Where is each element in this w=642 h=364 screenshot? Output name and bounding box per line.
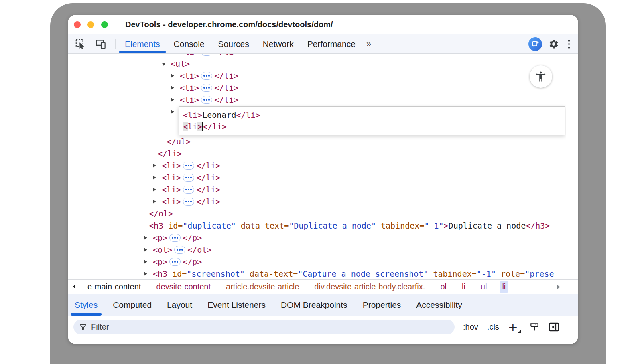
- ellipsis-expander-icon[interactable]: [201, 54, 212, 56]
- breadcrumb-scroll-right-button[interactable]: [557, 285, 560, 289]
- tree-row[interactable]: <li></li>: [68, 70, 566, 82]
- tree-row[interactable]: </ol>: [68, 208, 566, 220]
- tag-token: </ol>: [149, 209, 173, 218]
- tab-elements[interactable]: Elements: [118, 34, 167, 53]
- collapsed-caret-icon[interactable]: [153, 176, 162, 180]
- breadcrumb-item[interactable]: div.devsite-article-body.clearfix.: [312, 281, 427, 293]
- element-classes-button[interactable]: .cls: [487, 322, 499, 332]
- tag-token: <ul>: [171, 59, 190, 69]
- tree-row[interactable]: <li></li>: [68, 184, 566, 196]
- ellipsis-expander-icon[interactable]: [201, 96, 212, 104]
- collapsed-caret-icon[interactable]: [153, 164, 162, 168]
- ai-assistant-icon[interactable]: [528, 37, 542, 51]
- accessibility-helper-button[interactable]: [530, 65, 552, 88]
- tab-console[interactable]: Console: [167, 34, 211, 53]
- ellipsis-expander-icon[interactable]: [169, 234, 181, 242]
- brush-icon[interactable]: [529, 322, 540, 332]
- collapsed-caret-icon[interactable]: [144, 248, 153, 252]
- expanded-caret-icon[interactable]: [162, 62, 171, 66]
- tag-token: </ul>: [167, 137, 191, 146]
- tag-token: <li>: [180, 83, 199, 93]
- breadcrumb-item[interactable]: ul: [478, 281, 490, 293]
- breadcrumb-item[interactable]: ol: [438, 281, 449, 293]
- tree-row[interactable]: <li></li>: [68, 94, 566, 106]
- clipped-row[interactable]: <li></li>: [68, 54, 566, 58]
- stage: DevTools - developer.chrome.com/docs/dev…: [0, 0, 642, 364]
- ellipsis-expander-icon[interactable]: [201, 72, 212, 80]
- sidebar-tab-styles[interactable]: Styles: [75, 294, 98, 316]
- breadcrumb-item[interactable]: li: [459, 281, 468, 293]
- tree-row[interactable]: <p></p>: [68, 232, 566, 244]
- tab-performance[interactable]: Performance: [301, 34, 362, 53]
- tree-row[interactable]: <h3 id="duplicate" data-text="Duplicate …: [68, 220, 566, 232]
- attr-value-token: "duplicate": [183, 221, 236, 231]
- tree-row[interactable]: <ul>: [68, 58, 566, 70]
- tag-token: </li>: [196, 185, 220, 194]
- minimize-button[interactable]: [87, 21, 94, 28]
- tag-token: <ol>: [153, 245, 172, 255]
- ellipsis-expander-icon[interactable]: [183, 186, 194, 194]
- tree-row[interactable]: <h3 id="screenshot" data-text="Capture a…: [68, 268, 566, 279]
- tag-token: </ol>: [187, 245, 211, 255]
- sidebar-tab-event-listeners[interactable]: Event Listeners: [207, 294, 266, 316]
- collapsed-caret-icon[interactable]: [144, 260, 153, 264]
- collapsed-caret-icon[interactable]: [144, 272, 153, 276]
- breadcrumb-item[interactable]: devsite-content: [154, 281, 213, 293]
- tree-row[interactable]: <li></li>: [68, 160, 566, 172]
- tree-row[interactable]: <li></li>: [68, 172, 566, 184]
- new-style-rule-button[interactable]: +: [508, 322, 520, 332]
- ellipsis-expander-icon[interactable]: [174, 246, 185, 254]
- tag-token: </p>: [183, 233, 202, 243]
- breadcrumb-item[interactable]: e-main-content: [85, 281, 143, 293]
- ellipsis-expander-icon[interactable]: [169, 258, 181, 266]
- tree-row[interactable]: <li></li>: [68, 196, 566, 208]
- more-tabs-icon[interactable]: »: [362, 39, 375, 49]
- collapsed-caret-icon[interactable]: [171, 74, 180, 78]
- title-bar: DevTools - developer.chrome.com/docs/dev…: [68, 15, 578, 34]
- tree-row[interactable]: <p></p>: [68, 256, 566, 268]
- breadcrumb-scroll-left-button[interactable]: [68, 280, 80, 294]
- kebab-menu-icon[interactable]: [566, 40, 573, 49]
- inspect-icon[interactable]: [75, 38, 86, 49]
- attr-value-token: "Duplicate a node": [289, 221, 376, 231]
- tag-token: <p>: [153, 233, 167, 243]
- device-toolbar-icon[interactable]: [95, 38, 106, 49]
- text-token: Leonard: [202, 110, 236, 120]
- collapsed-caret-icon[interactable]: [144, 236, 153, 240]
- tag-token: <li>: [180, 54, 199, 57]
- editor-line-1[interactable]: <li>Leonard</li>: [183, 109, 565, 121]
- zoom-button[interactable]: [101, 21, 108, 28]
- tree-row[interactable]: </li>: [68, 148, 566, 160]
- collapsed-caret-icon[interactable]: [153, 200, 162, 204]
- collapse-panel-icon[interactable]: [549, 322, 559, 332]
- tree-row[interactable]: </ul>: [68, 135, 566, 148]
- breadcrumb-item[interactable]: li: [500, 281, 508, 293]
- edit-as-html-box[interactable]: <li>Leonard</li><li></li>: [179, 106, 565, 135]
- breadcrumb-item[interactable]: article.devsite-article: [223, 281, 301, 293]
- ellipsis-expander-icon[interactable]: [201, 84, 212, 92]
- tab-sources[interactable]: Sources: [211, 34, 256, 53]
- settings-gear-icon[interactable]: [549, 39, 559, 50]
- toggle-element-state-button[interactable]: :hov: [463, 322, 478, 332]
- sidebar-tab-accessibility[interactable]: Accessibility: [416, 294, 462, 316]
- ellipsis-expander-icon[interactable]: [183, 162, 194, 170]
- filter-input[interactable]: [91, 322, 420, 332]
- sidebar-tab-computed[interactable]: Computed: [113, 294, 152, 316]
- tag-token: </li>: [214, 83, 238, 93]
- filter-field[interactable]: [73, 320, 455, 334]
- tree-row[interactable]: <ol></ol>: [68, 244, 566, 256]
- text-token: Duplicate a node: [449, 221, 526, 231]
- collapsed-caret-icon[interactable]: [171, 98, 180, 102]
- close-button[interactable]: [74, 21, 81, 28]
- collapsed-caret-icon[interactable]: [171, 86, 180, 90]
- editor-line-2[interactable]: <li></li>: [183, 121, 565, 132]
- tab-network[interactable]: Network: [256, 34, 301, 53]
- sidebar-tab-layout[interactable]: Layout: [167, 294, 192, 316]
- tree-row[interactable]: <li></li>: [68, 82, 566, 94]
- sidebar-tab-properties[interactable]: Properties: [363, 294, 401, 316]
- funnel-icon: [79, 323, 87, 331]
- sidebar-tab-dom-breakpoints[interactable]: DOM Breakpoints: [281, 294, 347, 316]
- ellipsis-expander-icon[interactable]: [183, 198, 194, 206]
- ellipsis-expander-icon[interactable]: [183, 174, 194, 182]
- collapsed-caret-icon[interactable]: [153, 188, 162, 192]
